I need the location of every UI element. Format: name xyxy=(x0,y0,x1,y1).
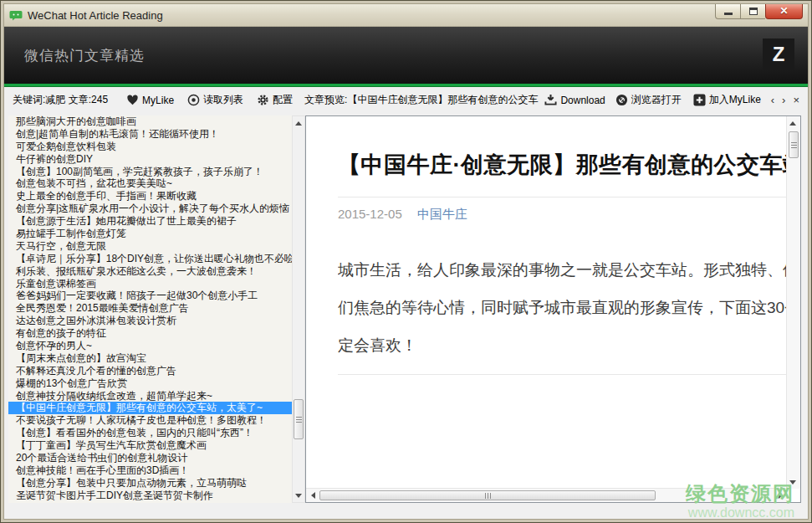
prev-article-button[interactable]: ‹ xyxy=(771,94,774,106)
list-item[interactable]: 圣诞节贺卡图片手工DIY创意圣诞节贺卡制作 xyxy=(8,490,292,502)
read-list-button[interactable]: 读取列表 xyxy=(187,93,243,107)
keyword-label: 关键词: xyxy=(13,94,45,105)
minimize-icon xyxy=(724,13,733,15)
maximize-button[interactable] xyxy=(740,3,765,19)
article-body: 【中国牛庄·创意无限】那些有创意的公交车站，太美了~ 2015-12-05 中国… xyxy=(306,116,786,488)
heart-icon xyxy=(126,94,139,106)
scroll-left-icon[interactable] xyxy=(307,490,319,501)
list-scrollbar-thumb[interactable] xyxy=(294,399,304,439)
scroll-up-icon[interactable] xyxy=(293,117,304,129)
list-item[interactable]: 史上最全的创意手印、手指画！果断收藏 xyxy=(8,190,292,203)
list-item[interactable]: 乐童创意课棉签画 xyxy=(8,278,292,290)
article-preview-label: 文章预览:【中国牛庄创意无限】那些有创意的公交车 xyxy=(304,93,538,107)
preview-vertical-scrollbar[interactable] xyxy=(786,116,800,489)
close-button[interactable]: ✕ xyxy=(765,3,803,19)
article-paragraphs: 城市生活，给人印象最深的事物之一就是公交车站。形式独特、使用方便的 们焦急的等待… xyxy=(338,251,786,364)
list-item[interactable]: 【创意】看看国外的创意包装，国内的只能叫“东西”！ xyxy=(8,427,292,439)
list-item[interactable]: 利乐装、报纸瓶矿泉水还能这么卖，一大波创意袭来！ xyxy=(8,265,292,278)
article-divider xyxy=(338,374,786,375)
list-item[interactable]: 创意怀孕的男人~ xyxy=(8,340,292,352)
close-preview-button[interactable]: × xyxy=(793,94,799,106)
list-vertical-scrollbar[interactable] xyxy=(292,115,305,503)
watermark-url: www.downcc.com xyxy=(686,505,794,520)
article-title: 【中国牛庄·创意无限】那些有创意的公交车站，太美了~ xyxy=(338,150,786,180)
keyword-stats: 关键词:减肥 文章:245 xyxy=(13,93,108,107)
list-item[interactable]: 【创意源于生活】她用花瓣做出了世上最美的裙子 xyxy=(8,215,292,228)
toolbar: 关键词:减肥 文章:245 MyLike 读取列表 配置 文章预览:【中国牛庄创… xyxy=(4,87,808,113)
eye-icon xyxy=(187,94,200,106)
list-item[interactable]: 创意分享|这瓶矿泉水用一个小设计，解决了每个买水人的烦恼 xyxy=(8,203,292,215)
article-meta: 2015-12-05 中国牛庄 xyxy=(338,197,786,223)
list-item[interactable]: 全民秀恩爱！2015最唯美爱情创意广告 xyxy=(8,302,292,315)
titlebar[interactable]: WeChat Hot Article Reading ✕ xyxy=(4,4,808,27)
window-controls: ✕ xyxy=(715,3,803,19)
list-item[interactable]: 牛仔裤的创意DIY xyxy=(8,153,292,166)
list-item[interactable]: 爸爸妈妈们一定要收藏！陪孩子一起做30个创意小手工 xyxy=(8,290,292,302)
list-item[interactable]: 创意包装不可挡，盆花也要美美哒~ xyxy=(8,177,292,190)
open-in-browser-button[interactable]: 浏览器打开 xyxy=(615,93,682,107)
app-header-title: 微信热门文章精选 xyxy=(24,46,145,65)
preview-hscrollbar-thumb[interactable] xyxy=(319,490,656,500)
list-item[interactable]: 达达创意之国外冰淇淋包装设计赏析 xyxy=(8,315,292,327)
articles-label: 文章: xyxy=(69,94,91,105)
list-item[interactable]: 易拉罐手工制作创意灯笼 xyxy=(8,228,292,240)
article-preview-pane: 【中国牛庄·创意无限】那些有创意的公交车站，太美了~ 2015-12-05 中国… xyxy=(305,115,801,503)
add-mylike-button[interactable]: 加入MyLike xyxy=(693,93,761,107)
article-list: 那些脑洞大开的创意咖啡画创意|超简单自制的粘毛滚筒！还能循环使用！可爱企鹅创意饮… xyxy=(8,115,292,503)
list-item[interactable]: 可爱企鹅创意饮料包装 xyxy=(8,141,292,153)
app-header: 微信热门文章精选 Z xyxy=(4,27,808,84)
list-item[interactable]: 有创意的孩子的特征 xyxy=(8,327,292,340)
list-item[interactable]: 【创意分享】包装中只要加点动物元素，立马萌萌哒 xyxy=(8,477,292,490)
articles-count: 245 xyxy=(91,94,108,105)
article-paragraph: 定会喜欢！ xyxy=(338,326,786,364)
window-title: WeChat Hot Article Reading xyxy=(28,9,163,22)
article-date: 2015-12-05 xyxy=(338,207,402,221)
list-item[interactable]: 【周末来点创意的】故宫淘宝 xyxy=(8,352,292,365)
plus-icon xyxy=(693,94,706,106)
z-logo: Z xyxy=(763,38,794,70)
article-author-link[interactable]: 中国牛庄 xyxy=(417,207,467,221)
scroll-up-icon[interactable] xyxy=(787,117,799,129)
mylike-button[interactable]: MyLike xyxy=(126,94,174,106)
app-window: WeChat Hot Article Reading ✕ 微信热门文章精选 Z … xyxy=(0,0,812,523)
next-article-button[interactable]: › xyxy=(782,94,785,106)
list-item[interactable]: 【卓诗尼｜乐分享】18个DIY创意，让你送出暖心礼物也不必哙 xyxy=(8,253,292,265)
watermark-title: 绿色资源网 xyxy=(686,482,794,505)
gear-icon xyxy=(257,94,269,106)
minimize-button[interactable] xyxy=(715,3,740,19)
list-item[interactable]: 创意神技能！画在手心里面的3D插画！ xyxy=(8,464,292,477)
list-item[interactable]: 20个最适合送给书虫们的创意礼物设计 xyxy=(8,452,292,464)
main-content: 那些脑洞大开的创意咖啡画创意|超简单自制的粘毛滚筒！还能循环使用！可爱企鹅创意饮… xyxy=(4,113,808,519)
list-item[interactable]: 那些脑洞大开的创意咖啡画 xyxy=(8,115,292,128)
article-paragraph: 城市生活，给人印象最深的事物之一就是公交车站。形式独特、使用方便的 xyxy=(338,251,786,289)
list-item[interactable]: 爆棚的13个创意广告欣赏 xyxy=(8,377,292,390)
download-button[interactable]: Download xyxy=(544,94,605,106)
link-globe-icon xyxy=(615,94,628,106)
list-item[interactable]: 天马行空，创意无限 xyxy=(8,240,292,253)
list-item[interactable]: 【中国牛庄创意无限】那些有创意的公交车站，太美了~ xyxy=(8,402,292,414)
watermark: 绿色资源网 www.downcc.com xyxy=(686,482,794,520)
close-icon: ✕ xyxy=(779,5,788,17)
list-item[interactable]: 【丁丁童画】学员写生汽车欣赏创意魔术画 xyxy=(8,439,292,452)
config-button[interactable]: 配置 xyxy=(257,93,293,107)
keyword-value: 减肥 xyxy=(45,94,65,105)
article-paragraph: 们焦急的等待心情，同时赋予城市最直观的形象宣传，下面这30个公交车站 xyxy=(338,289,786,326)
wechat-app-icon xyxy=(9,8,23,22)
list-item[interactable]: 【创意】100副简笔画，学完赶紧教孩子，孩子乐崩了！ xyxy=(8,166,292,178)
list-item[interactable]: 不解释还真没几个看的懂的创意广告 xyxy=(8,365,292,377)
download-icon xyxy=(544,94,557,106)
preview-scrollbar-thumb[interactable] xyxy=(789,131,799,158)
list-item[interactable]: 创意|超简单自制的粘毛滚筒！还能循环使用！ xyxy=(8,128,292,141)
maximize-icon xyxy=(749,8,758,15)
list-item[interactable]: 不要说孩子无聊！人家玩橘子皮也是种创意！多图教程！ xyxy=(8,414,292,427)
scroll-down-icon[interactable] xyxy=(293,490,304,501)
preview-nav: ‹ › × xyxy=(771,94,799,106)
window-body: WeChat Hot Article Reading ✕ 微信热门文章精选 Z … xyxy=(3,3,809,520)
list-item[interactable]: 创意神技分隔收纳纸盒改造，超简单学起来~ xyxy=(8,390,292,403)
